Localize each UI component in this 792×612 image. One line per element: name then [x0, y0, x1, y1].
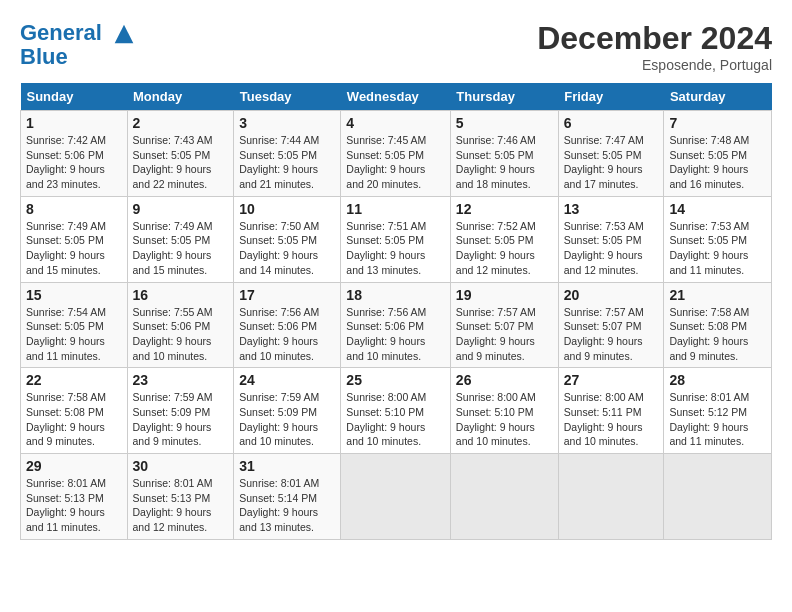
calendar-header-cell: Friday	[558, 83, 664, 111]
day-info: Sunrise: 7:53 AMSunset: 5:05 PMDaylight:…	[669, 220, 749, 276]
day-info: Sunrise: 7:58 AMSunset: 5:08 PMDaylight:…	[26, 391, 106, 447]
day-number: 3	[239, 115, 335, 131]
day-number: 28	[669, 372, 766, 388]
calendar-week-row: 1 Sunrise: 7:42 AMSunset: 5:06 PMDayligh…	[21, 111, 772, 197]
day-number: 2	[133, 115, 229, 131]
calendar-day-cell: 29 Sunrise: 8:01 AMSunset: 5:13 PMDaylig…	[21, 454, 128, 540]
day-number: 6	[564, 115, 659, 131]
calendar-header-cell: Sunday	[21, 83, 128, 111]
calendar-day-cell: 21 Sunrise: 7:58 AMSunset: 5:08 PMDaylig…	[664, 282, 772, 368]
day-number: 26	[456, 372, 553, 388]
day-info: Sunrise: 8:01 AMSunset: 5:13 PMDaylight:…	[133, 477, 213, 533]
day-info: Sunrise: 7:44 AMSunset: 5:05 PMDaylight:…	[239, 134, 319, 190]
day-info: Sunrise: 7:57 AMSunset: 5:07 PMDaylight:…	[456, 306, 536, 362]
logo: General Blue	[20, 20, 138, 70]
calendar-day-cell	[664, 454, 772, 540]
day-number: 10	[239, 201, 335, 217]
day-number: 16	[133, 287, 229, 303]
calendar-day-cell	[341, 454, 451, 540]
calendar-day-cell: 24 Sunrise: 7:59 AMSunset: 5:09 PMDaylig…	[234, 368, 341, 454]
calendar-table: SundayMondayTuesdayWednesdayThursdayFrid…	[20, 83, 772, 540]
calendar-header-cell: Tuesday	[234, 83, 341, 111]
day-number: 12	[456, 201, 553, 217]
day-number: 19	[456, 287, 553, 303]
day-number: 27	[564, 372, 659, 388]
day-number: 29	[26, 458, 122, 474]
day-info: Sunrise: 7:54 AMSunset: 5:05 PMDaylight:…	[26, 306, 106, 362]
day-info: Sunrise: 7:49 AMSunset: 5:05 PMDaylight:…	[26, 220, 106, 276]
day-number: 11	[346, 201, 445, 217]
day-number: 14	[669, 201, 766, 217]
day-info: Sunrise: 8:01 AMSunset: 5:14 PMDaylight:…	[239, 477, 319, 533]
day-info: Sunrise: 7:50 AMSunset: 5:05 PMDaylight:…	[239, 220, 319, 276]
day-info: Sunrise: 7:45 AMSunset: 5:05 PMDaylight:…	[346, 134, 426, 190]
day-info: Sunrise: 7:57 AMSunset: 5:07 PMDaylight:…	[564, 306, 644, 362]
calendar-day-cell: 25 Sunrise: 8:00 AMSunset: 5:10 PMDaylig…	[341, 368, 451, 454]
calendar-week-row: 22 Sunrise: 7:58 AMSunset: 5:08 PMDaylig…	[21, 368, 772, 454]
day-info: Sunrise: 7:58 AMSunset: 5:08 PMDaylight:…	[669, 306, 749, 362]
day-number: 9	[133, 201, 229, 217]
day-number: 24	[239, 372, 335, 388]
day-info: Sunrise: 7:56 AMSunset: 5:06 PMDaylight:…	[239, 306, 319, 362]
calendar-day-cell: 22 Sunrise: 7:58 AMSunset: 5:08 PMDaylig…	[21, 368, 128, 454]
calendar-header-cell: Thursday	[450, 83, 558, 111]
calendar-day-cell: 20 Sunrise: 7:57 AMSunset: 5:07 PMDaylig…	[558, 282, 664, 368]
day-info: Sunrise: 7:48 AMSunset: 5:05 PMDaylight:…	[669, 134, 749, 190]
calendar-day-cell: 7 Sunrise: 7:48 AMSunset: 5:05 PMDayligh…	[664, 111, 772, 197]
day-info: Sunrise: 8:01 AMSunset: 5:13 PMDaylight:…	[26, 477, 106, 533]
calendar-week-row: 8 Sunrise: 7:49 AMSunset: 5:05 PMDayligh…	[21, 196, 772, 282]
day-number: 25	[346, 372, 445, 388]
calendar-day-cell: 6 Sunrise: 7:47 AMSunset: 5:05 PMDayligh…	[558, 111, 664, 197]
day-number: 15	[26, 287, 122, 303]
calendar-day-cell	[450, 454, 558, 540]
day-number: 5	[456, 115, 553, 131]
day-info: Sunrise: 7:47 AMSunset: 5:05 PMDaylight:…	[564, 134, 644, 190]
calendar-day-cell: 31 Sunrise: 8:01 AMSunset: 5:14 PMDaylig…	[234, 454, 341, 540]
day-number: 17	[239, 287, 335, 303]
month-title: December 2024	[537, 20, 772, 57]
calendar-day-cell: 17 Sunrise: 7:56 AMSunset: 5:06 PMDaylig…	[234, 282, 341, 368]
calendar-day-cell: 18 Sunrise: 7:56 AMSunset: 5:06 PMDaylig…	[341, 282, 451, 368]
calendar-day-cell: 11 Sunrise: 7:51 AMSunset: 5:05 PMDaylig…	[341, 196, 451, 282]
day-number: 21	[669, 287, 766, 303]
page-header: General Blue December 2024 Esposende, Po…	[20, 20, 772, 73]
day-info: Sunrise: 7:59 AMSunset: 5:09 PMDaylight:…	[133, 391, 213, 447]
day-number: 8	[26, 201, 122, 217]
calendar-day-cell: 1 Sunrise: 7:42 AMSunset: 5:06 PMDayligh…	[21, 111, 128, 197]
day-info: Sunrise: 8:00 AMSunset: 5:11 PMDaylight:…	[564, 391, 644, 447]
calendar-header-cell: Wednesday	[341, 83, 451, 111]
calendar-day-cell: 23 Sunrise: 7:59 AMSunset: 5:09 PMDaylig…	[127, 368, 234, 454]
day-number: 20	[564, 287, 659, 303]
calendar-day-cell: 2 Sunrise: 7:43 AMSunset: 5:05 PMDayligh…	[127, 111, 234, 197]
location: Esposende, Portugal	[537, 57, 772, 73]
calendar-header-row: SundayMondayTuesdayWednesdayThursdayFrid…	[21, 83, 772, 111]
day-info: Sunrise: 7:42 AMSunset: 5:06 PMDaylight:…	[26, 134, 106, 190]
calendar-day-cell: 30 Sunrise: 8:01 AMSunset: 5:13 PMDaylig…	[127, 454, 234, 540]
calendar-week-row: 15 Sunrise: 7:54 AMSunset: 5:05 PMDaylig…	[21, 282, 772, 368]
day-number: 31	[239, 458, 335, 474]
day-info: Sunrise: 7:51 AMSunset: 5:05 PMDaylight:…	[346, 220, 426, 276]
day-number: 23	[133, 372, 229, 388]
calendar-day-cell: 12 Sunrise: 7:52 AMSunset: 5:05 PMDaylig…	[450, 196, 558, 282]
day-info: Sunrise: 7:53 AMSunset: 5:05 PMDaylight:…	[564, 220, 644, 276]
day-number: 7	[669, 115, 766, 131]
day-info: Sunrise: 7:49 AMSunset: 5:05 PMDaylight:…	[133, 220, 213, 276]
calendar-day-cell: 19 Sunrise: 7:57 AMSunset: 5:07 PMDaylig…	[450, 282, 558, 368]
svg-marker-0	[115, 25, 134, 44]
calendar-day-cell: 3 Sunrise: 7:44 AMSunset: 5:05 PMDayligh…	[234, 111, 341, 197]
calendar-day-cell: 15 Sunrise: 7:54 AMSunset: 5:05 PMDaylig…	[21, 282, 128, 368]
calendar-header-cell: Monday	[127, 83, 234, 111]
calendar-day-cell: 5 Sunrise: 7:46 AMSunset: 5:05 PMDayligh…	[450, 111, 558, 197]
day-number: 13	[564, 201, 659, 217]
day-info: Sunrise: 7:43 AMSunset: 5:05 PMDaylight:…	[133, 134, 213, 190]
day-info: Sunrise: 8:00 AMSunset: 5:10 PMDaylight:…	[346, 391, 426, 447]
logo-icon	[110, 20, 138, 48]
title-block: December 2024 Esposende, Portugal	[537, 20, 772, 73]
day-number: 1	[26, 115, 122, 131]
day-info: Sunrise: 7:52 AMSunset: 5:05 PMDaylight:…	[456, 220, 536, 276]
calendar-day-cell: 4 Sunrise: 7:45 AMSunset: 5:05 PMDayligh…	[341, 111, 451, 197]
day-number: 18	[346, 287, 445, 303]
calendar-week-row: 29 Sunrise: 8:01 AMSunset: 5:13 PMDaylig…	[21, 454, 772, 540]
calendar-day-cell: 27 Sunrise: 8:00 AMSunset: 5:11 PMDaylig…	[558, 368, 664, 454]
calendar-day-cell: 26 Sunrise: 8:00 AMSunset: 5:10 PMDaylig…	[450, 368, 558, 454]
